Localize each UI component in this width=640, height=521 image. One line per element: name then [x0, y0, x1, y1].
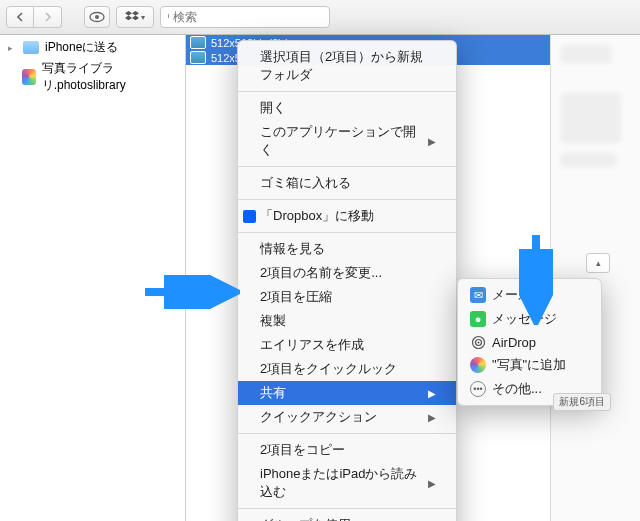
annotation-arrow-down — [519, 230, 553, 325]
menu-getinfo[interactable]: 情報を見る — [238, 237, 456, 261]
photos-icon — [22, 69, 36, 85]
menu-compress[interactable]: 2項目を圧縮 — [238, 285, 456, 309]
menu-copy[interactable]: 2項目をコピー — [238, 438, 456, 462]
chevron-right-icon: ▶ — [428, 478, 436, 489]
share-airdrop[interactable]: AirDrop — [458, 331, 601, 353]
svg-point-1 — [95, 15, 99, 19]
more-icon: ••• — [470, 381, 486, 397]
dropbox-button[interactable]: ▾ — [116, 6, 154, 28]
svg-point-2 — [169, 13, 170, 20]
context-menu: 選択項目（2項目）から新規フォルダ 開く このアプリケーションで開く▶ ゴミ箱に… — [237, 40, 457, 521]
menu-duplicate[interactable]: 複製 — [238, 309, 456, 333]
search-input[interactable] — [173, 10, 323, 24]
photos-add-icon — [470, 357, 486, 373]
dropbox-icon — [242, 209, 256, 223]
menu-alias[interactable]: エイリアスを作成 — [238, 333, 456, 357]
menu-dropbox[interactable]: 「Dropbox」に移動 — [238, 204, 456, 228]
quicklook-button[interactable] — [84, 6, 110, 28]
menu-group[interactable]: グループを使用 — [238, 513, 456, 521]
menu-open-with[interactable]: このアプリケーションで開く▶ — [238, 120, 456, 162]
new-items-badge: 新規6項目 — [553, 393, 611, 411]
image-thumb-icon — [190, 36, 206, 49]
chevron-right-icon: ▶ — [428, 136, 436, 147]
chevron-right-icon: ▸ — [8, 43, 17, 53]
airdrop-icon — [470, 334, 486, 350]
forward-button[interactable] — [34, 6, 62, 28]
mail-icon: ✉ — [470, 287, 486, 303]
search-box[interactable] — [160, 6, 330, 28]
menu-import[interactable]: iPhoneまたはiPadから読み込む▶ — [238, 462, 456, 504]
sidebar-item-label: iPhoneに送る — [45, 39, 118, 56]
folder-icon — [23, 41, 39, 54]
menu-quickaction[interactable]: クイックアクション▶ — [238, 405, 456, 429]
chevron-right-icon: ▶ — [428, 388, 436, 399]
image-thumb-icon — [190, 51, 206, 64]
collapse-button[interactable]: ▴ — [586, 253, 610, 273]
chevron-right-icon: ▶ — [428, 412, 436, 423]
menu-share[interactable]: 共有▶ — [238, 381, 456, 405]
menu-trash[interactable]: ゴミ箱に入れる — [238, 171, 456, 195]
svg-point-6 — [477, 341, 479, 343]
menu-new-folder[interactable]: 選択項目（2項目）から新規フォルダ — [238, 45, 456, 87]
sidebar-item-iphone[interactable]: ▸ iPhoneに送る — [0, 37, 185, 58]
sidebar-item-photoslib[interactable]: 写真ライブラリ.photoslibrary — [0, 58, 185, 96]
menu-quicklook[interactable]: 2項目をクイックルック — [238, 357, 456, 381]
message-icon: ● — [470, 311, 486, 327]
menu-open[interactable]: 開く — [238, 96, 456, 120]
nav-buttons — [6, 6, 62, 28]
share-photos[interactable]: "写真"に追加 — [458, 353, 601, 377]
back-button[interactable] — [6, 6, 34, 28]
sidebar-item-label: 写真ライブラリ.photoslibrary — [42, 60, 177, 94]
search-icon — [167, 11, 169, 23]
annotation-arrow-left — [140, 275, 240, 309]
toolbar: ▾ — [0, 0, 640, 35]
menu-rename[interactable]: 2項目の名前を変更... — [238, 261, 456, 285]
